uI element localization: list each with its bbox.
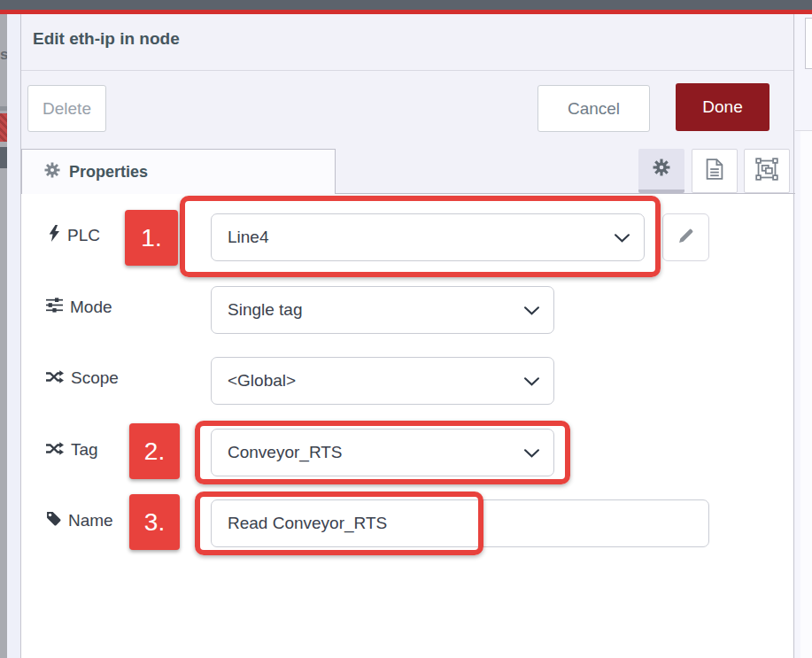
- shuffle-icon: [46, 440, 64, 460]
- background-fragment: [0, 147, 7, 168]
- description-tab-button[interactable]: [692, 149, 738, 193]
- window-top-bar: [0, 0, 812, 10]
- divider: [21, 70, 793, 71]
- plc-select[interactable]: Line4: [211, 213, 645, 261]
- dialog-title: Edit eth-ip in node: [33, 29, 180, 49]
- tab-properties[interactable]: Properties: [21, 149, 336, 194]
- chevron-down-icon: [524, 300, 539, 320]
- done-button[interactable]: Done: [676, 83, 769, 131]
- annotation-step-1: 1.: [125, 210, 178, 266]
- scope-field-label: Scope: [46, 368, 119, 388]
- chevron-down-icon: [615, 228, 630, 247]
- chevron-down-icon: [524, 371, 539, 391]
- name-input[interactable]: [211, 499, 709, 547]
- pencil-icon: [677, 228, 694, 248]
- background-right-sliver: [795, 14, 812, 658]
- name-field-label: Name: [46, 511, 113, 530]
- shuffle-icon: [46, 368, 64, 388]
- sliders-icon: [46, 298, 63, 317]
- annotation-step-3: 3.: [129, 494, 180, 550]
- delete-button[interactable]: Delete: [27, 85, 106, 132]
- chevron-down-icon: [524, 443, 539, 462]
- bolt-icon: [49, 225, 60, 246]
- mode-field-label: Mode: [46, 298, 112, 317]
- tag-select[interactable]: Conveyor_RTS: [211, 429, 554, 476]
- background-left-sliver: s: [0, 14, 7, 658]
- edit-node-dialog: Edit eth-ip in node Delete Cancel Done: [20, 14, 794, 658]
- appearance-tab-button[interactable]: [744, 149, 790, 193]
- background-panel-fragment: [805, 18, 812, 69]
- cancel-button[interactable]: Cancel: [537, 85, 650, 132]
- gear-icon: [653, 159, 670, 180]
- scope-select[interactable]: <Global>: [211, 357, 554, 405]
- annotation-step-2: 2.: [129, 423, 180, 479]
- properties-tab-button[interactable]: [638, 149, 684, 193]
- background-panel-fragment: [800, 131, 812, 658]
- tag-field-label: Tag: [46, 440, 98, 460]
- document-icon: [706, 159, 723, 183]
- background-gap: [7, 14, 20, 658]
- plc-field-label: PLC: [49, 225, 100, 246]
- background-node-fragment: [0, 113, 7, 142]
- gear-icon: [44, 162, 60, 182]
- background-fragment: [0, 106, 7, 111]
- appearance-icon: [755, 158, 778, 184]
- tab-properties-label: Properties: [69, 163, 148, 182]
- tag-icon: [46, 511, 61, 530]
- edit-plc-config-button[interactable]: [662, 213, 709, 261]
- screen: s Edit eth-ip in node Delete Cancel Done: [0, 0, 812, 658]
- mode-select[interactable]: Single tag: [211, 286, 554, 334]
